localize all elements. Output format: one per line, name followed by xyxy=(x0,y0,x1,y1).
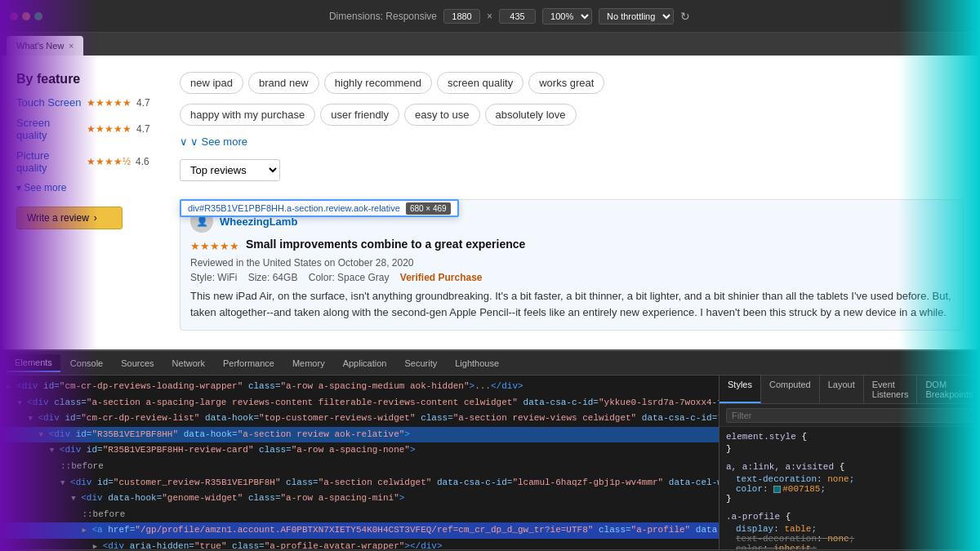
style-selector: element.style { xyxy=(726,432,973,442)
tab-sources[interactable]: Sources xyxy=(113,355,162,371)
toolbar: Dimensions: Responsive × 100% No throttl… xyxy=(49,8,970,24)
touchscreen-rating: 4.7 xyxy=(136,97,150,109)
tab-console[interactable]: Console xyxy=(62,355,111,371)
triangle-icon: ▼ xyxy=(60,479,65,487)
feature-row-touchscreen: Touch Screen ★★★★★ 4.7 xyxy=(16,96,163,109)
computed-tab[interactable]: Computed xyxy=(761,375,820,403)
tag-easy-to-use[interactable]: easy to use xyxy=(404,104,480,126)
dom-breakpoints-tab[interactable]: DOM Breakpoints xyxy=(917,375,980,403)
tab-elements[interactable]: Elements xyxy=(7,354,60,372)
triangle-icon: ▼ xyxy=(17,399,21,407)
feature-label-screenquality[interactable]: Screen quality xyxy=(16,117,82,141)
write-review-label: Write a review xyxy=(27,212,89,224)
see-more-chevron: ∨ xyxy=(180,136,188,148)
feature-label-picturequality[interactable]: Picture quality xyxy=(16,149,82,174)
review-card: 👤 WheezingLamb ★★★★★ Small improvements … xyxy=(180,199,964,331)
review-overlay: div#R35B1VE1PBF8HH.a-section.review.aok-… xyxy=(180,199,964,331)
review-stars: ★★★★★ xyxy=(190,240,239,252)
styles-tab[interactable]: Styles xyxy=(719,375,761,403)
height-input[interactable] xyxy=(499,9,536,24)
styles-filter xyxy=(719,404,980,427)
triangle-icon: ▶ xyxy=(93,543,97,549)
minimize-button[interactable] xyxy=(22,12,30,20)
whats-new-tab[interactable]: What's New × xyxy=(7,36,83,56)
style-selector: .a-profile { xyxy=(726,512,973,522)
dom-line-6[interactable]: ▼ <div id="customer_review-R35B1VE1PBF8H… xyxy=(0,475,719,491)
tab-close-button[interactable]: × xyxy=(69,42,74,51)
by-feature-title: By feature xyxy=(16,72,163,87)
dom-line-7[interactable]: ▼ <div data-hook="genome-widget" class="… xyxy=(0,491,719,507)
tag-screen-quality[interactable]: screen quality xyxy=(437,72,523,94)
right-panel: new ipad brand new highly recommend scre… xyxy=(180,72,964,333)
style-rule-profile: .a-profile { display: table; text-decora… xyxy=(726,512,973,549)
tab-network[interactable]: Network xyxy=(164,355,213,371)
tag-highly-recommend[interactable]: highly recommend xyxy=(324,72,432,94)
triangle-icon: ▼ xyxy=(71,495,75,503)
dom-line-before[interactable]: ::before xyxy=(0,459,719,475)
tab-security[interactable]: Security xyxy=(396,355,445,371)
tag-new-ipad[interactable]: new ipad xyxy=(180,72,243,94)
dom-line-2[interactable]: ▼ <div class="a-section a-spacing-large … xyxy=(0,395,719,411)
see-more-features-left[interactable]: ▾ See more xyxy=(16,182,163,193)
triangle-icon: ▶ xyxy=(82,527,86,535)
close-button[interactable] xyxy=(10,12,18,20)
tab-performance[interactable]: Performance xyxy=(215,355,283,371)
layout-tab[interactable]: Layout xyxy=(820,375,864,403)
picturequality-stars: ★★★★½ xyxy=(87,156,131,167)
review-verified: Verified Purchase xyxy=(400,272,483,283)
tooltip-size: 680 × 469 xyxy=(406,202,451,215)
dom-line-5[interactable]: ▼ <div id="R35B1VE3PBF8HH-review-card" c… xyxy=(0,442,719,459)
styles-filter-input[interactable] xyxy=(726,408,973,423)
write-review-button[interactable]: Write a review › xyxy=(16,207,122,229)
touchscreen-stars: ★★★★★ xyxy=(87,97,131,109)
review-title: Small improvements combine to a great ex… xyxy=(246,238,525,251)
feature-label-touchscreen[interactable]: Touch Screen xyxy=(16,96,82,109)
dom-line-9[interactable]: ▶ <div aria-hidden="true" class="a-profi… xyxy=(0,539,719,549)
write-review-chevron: › xyxy=(94,212,97,224)
throttle-select[interactable]: No throttling xyxy=(599,8,674,24)
review-style: Style: WiFi xyxy=(190,272,237,283)
dom-line-4[interactable]: ▼ <div id="R35B1VE1PBF8HH" data-hook="a-… xyxy=(0,427,719,443)
review-meta: Reviewed in the United States on October… xyxy=(190,257,953,269)
feature-row-picturequality: Picture quality ★★★★½ 4.6 xyxy=(16,149,163,174)
screenquality-stars: ★★★★★ xyxy=(87,123,131,135)
event-listeners-tab[interactable]: Event Listeners xyxy=(864,375,918,403)
tag-happy-purchase[interactable]: happy with my purchase xyxy=(180,104,315,126)
maximize-button[interactable] xyxy=(34,12,42,20)
styles-tabs: Styles Computed Layout Event Listeners D… xyxy=(719,375,980,404)
tab-label: What's New xyxy=(16,41,64,51)
zoom-select[interactable]: 100% xyxy=(542,8,592,24)
tag-works-great[interactable]: works great xyxy=(528,72,604,94)
review-details: Style: WiFi Size: 64GB Color: Space Gray… xyxy=(190,272,953,283)
see-more-features-link[interactable]: ∨ ∨ See more xyxy=(180,136,964,148)
triangle-icon: ▼ xyxy=(50,447,54,455)
dom-line-8[interactable]: ▶ <a href="/gp/profile/amzn1.account.AF0… xyxy=(0,522,719,539)
dom-line-3[interactable]: ▼ <div id="cm-cr-dp-review-list" data-ho… xyxy=(0,411,719,427)
tag-user-friendly[interactable]: user friendly xyxy=(320,104,399,126)
dimensions-label: Dimensions: Responsive xyxy=(329,11,437,22)
devtools-panel: Elements Console Sources Network Perform… xyxy=(0,349,980,551)
dom-line-1[interactable]: ▶ <div id="cm-cr-dp-reviews-loading-wrap… xyxy=(0,379,719,395)
feature-tags-row2: happy with my purchase user friendly eas… xyxy=(180,104,964,126)
triangle-icon: ▶ xyxy=(7,383,11,391)
dimension-separator: × xyxy=(487,11,492,22)
tab-memory[interactable]: Memory xyxy=(284,355,333,371)
screenquality-rating: 4.7 xyxy=(136,123,150,135)
top-reviews-row: Top reviews Most recent xyxy=(180,159,964,181)
elements-panel[interactable]: ▶ <div id="cm-cr-dp-reviews-loading-wrap… xyxy=(0,375,719,549)
dom-line-before2[interactable]: ::before xyxy=(0,507,719,523)
width-input[interactable] xyxy=(443,9,480,24)
tag-brand-new[interactable]: brand new xyxy=(248,72,319,94)
styles-content: element.style { } a, a:link, a:visited {… xyxy=(719,427,980,549)
tag-absolutely-love[interactable]: absolutely love xyxy=(485,104,577,126)
style-selector: a, a:link, a:visited { xyxy=(726,462,973,472)
styles-panel: Styles Computed Layout Event Listeners D… xyxy=(719,375,980,549)
top-reviews-select[interactable]: Top reviews Most recent xyxy=(180,159,280,181)
picturequality-rating: 4.6 xyxy=(136,156,149,167)
element-tooltip: div#R35B1VE1PBF8HH.a-section.review.aok-… xyxy=(180,199,459,217)
refresh-button[interactable]: ↻ xyxy=(680,10,690,23)
tab-application[interactable]: Application xyxy=(335,355,395,371)
browser-chrome: Dimensions: Responsive × 100% No throttl… xyxy=(0,0,980,33)
devtools-tabs: Elements Console Sources Network Perform… xyxy=(0,351,980,375)
tab-lighthouse[interactable]: Lighthouse xyxy=(447,355,507,371)
